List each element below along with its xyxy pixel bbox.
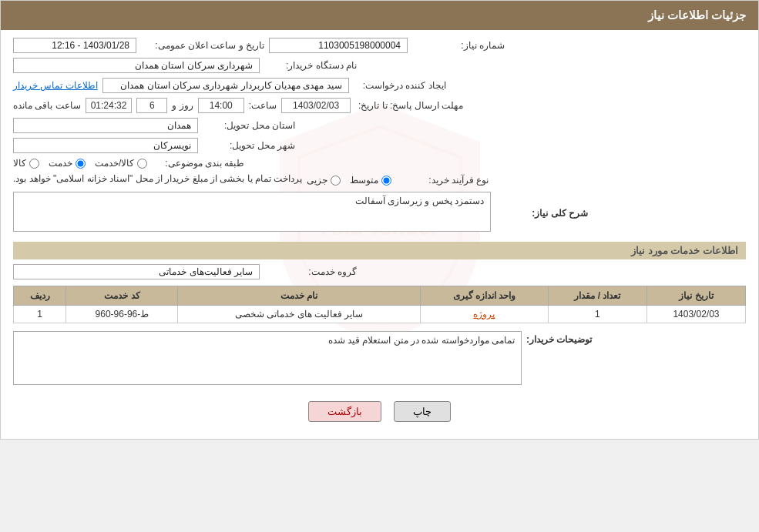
- buyer-notes-row: توضیحات خریدار: تمامی مواردخواسته شده در…: [13, 331, 746, 387]
- send-deadline-row: مهلت ارسال پاسخ: تا تاریخ: 1403/02/03 سا…: [13, 98, 746, 113]
- need-desc-label: شرح کلی نیاز:: [495, 208, 588, 219]
- need-desc-textarea[interactable]: [13, 192, 491, 232]
- content-inner: جزئیات اطلاعات نیاز شماره نیاز: 11030051…: [1, 1, 758, 439]
- category-label: طبقه بندی موضوعی:: [152, 158, 244, 169]
- creator-value: سید مهدی مهدیان کاربردار شهرداری سرکان ا…: [102, 78, 349, 93]
- col-header-code: کد خدمت: [66, 286, 178, 306]
- city-row: شهر محل تحویل: نویسرکان: [13, 138, 746, 153]
- services-section-title: اطلاعات خدمات مورد نیاز: [13, 242, 746, 259]
- col-header-name: نام خدمت: [178, 286, 420, 306]
- contact-link[interactable]: اطلاعات تماس خریدار: [13, 80, 98, 91]
- buyer-name-label: نام دستگاه خریدار:: [264, 60, 357, 71]
- city-label: شهر محل تحویل:: [203, 140, 295, 151]
- service-group-value: سایر فعالیت‌های خدماتی: [13, 264, 260, 279]
- cell-count: 1: [548, 306, 646, 323]
- cell-name: سایر فعالیت های خدماتی شخصی: [178, 306, 420, 323]
- buyer-name-row: نام دستگاه خریدار: شهرداری سرکان استان ه…: [13, 58, 746, 73]
- col-header-row: ردیف: [14, 286, 66, 306]
- need-number-row: شماره نیاز: 1103005198000004 تاریخ و ساع…: [13, 38, 746, 53]
- service-group-row: گروه خدمت: سایر فعالیت‌های خدماتی: [13, 264, 746, 279]
- page-wrapper: Ana Tender جزئیات اطلاعات نیاز شماره نیا…: [0, 0, 759, 440]
- city-value: نویسرکان: [13, 138, 198, 153]
- table-header-row: تاریخ نیاز تعداد / مقدار واحد اندازه گیر…: [14, 286, 746, 306]
- buyer-name-value: شهرداری سرکان استان همدان: [13, 58, 260, 73]
- send-days-label: روز و: [172, 100, 193, 111]
- category-kala-khidmat[interactable]: کالا/خدمت: [95, 158, 147, 169]
- send-time-value: 14:00: [198, 98, 244, 113]
- button-row: چاپ بازگشت: [13, 392, 746, 431]
- process-note: پرداخت تمام یا بخشی از مبلغ خریدار از مح…: [13, 173, 302, 184]
- send-date-value: 1403/02/03: [281, 98, 351, 113]
- category-kala[interactable]: کالا: [13, 158, 39, 169]
- services-table: تاریخ نیاز تعداد / مقدار واحد اندازه گیر…: [13, 286, 746, 323]
- category-radio-group: کالا/خدمت خدمت کالا: [13, 158, 147, 169]
- service-group-label: گروه خدمت:: [264, 266, 357, 277]
- announce-datetime-label: تاریخ و ساعت اعلان عمومی:: [141, 40, 264, 51]
- remaining-value: 01:24:32: [86, 98, 133, 113]
- creator-row: ایجاد کننده درخواست: سید مهدی مهدیان کار…: [13, 78, 746, 93]
- col-header-date: تاریخ نیاز: [646, 286, 745, 306]
- buyer-notes-label: توضیحات خریدار:: [526, 331, 592, 345]
- cell-row: 1: [14, 306, 66, 323]
- col-header-count: تعداد / مقدار: [548, 286, 646, 306]
- cell-date: 1403/02/03: [646, 306, 745, 323]
- buyer-notes-textarea[interactable]: تمامی مواردخواسته شده در متن استعلام قید…: [13, 331, 522, 385]
- send-deadline-label: مهلت ارسال پاسخ: تا تاریخ:: [355, 100, 463, 111]
- process-motavaset[interactable]: متوسط: [350, 175, 391, 186]
- page-title: جزئیات اطلاعات نیاز: [648, 8, 746, 22]
- main-content: شماره نیاز: 1103005198000004 تاریخ و ساع…: [1, 30, 758, 439]
- cell-code: ط-96-96-960: [66, 306, 178, 323]
- back-button[interactable]: بازگشت: [308, 401, 381, 422]
- province-row: استان محل تحویل: همدان: [13, 118, 746, 133]
- send-time-label: ساعت:: [249, 100, 277, 111]
- need-number-label: شماره نیاز:: [412, 40, 505, 51]
- province-value: همدان: [13, 118, 198, 133]
- send-days-value: 6: [136, 98, 167, 113]
- services-table-section: تاریخ نیاز تعداد / مقدار واحد اندازه گیر…: [13, 286, 746, 323]
- process-label: نوع فرآیند خرید:: [396, 175, 489, 186]
- col-header-unit: واحد اندازه گیری: [420, 286, 548, 306]
- need-number-value: 1103005198000004: [269, 38, 408, 53]
- need-desc-row: شرح کلی نیاز:: [13, 192, 746, 234]
- category-row: طبقه بندی موضوعی: کالا/خدمت خدمت کالا: [13, 158, 746, 169]
- process-radio-group: متوسط جزیی: [307, 175, 391, 186]
- table-row: 1403/02/03 1 پروژه سایر فعالیت های خدمات…: [14, 306, 746, 323]
- print-button[interactable]: چاپ: [394, 401, 451, 422]
- category-khidmat[interactable]: خدمت: [49, 158, 86, 169]
- process-row: نوع فرآیند خرید: متوسط جزیی پرداخت تمام …: [13, 173, 746, 187]
- creator-label: ایجاد کننده درخواست:: [354, 80, 446, 91]
- remaining-label: ساعت باقی مانده: [13, 100, 81, 111]
- province-label: استان محل تحویل:: [203, 120, 295, 131]
- announce-datetime-value: 1403/01/28 - 12:16: [13, 38, 136, 53]
- process-jozii[interactable]: جزیی: [307, 175, 341, 186]
- cell-unit: پروژه: [420, 306, 548, 323]
- page-header: جزئیات اطلاعات نیاز: [1, 1, 758, 30]
